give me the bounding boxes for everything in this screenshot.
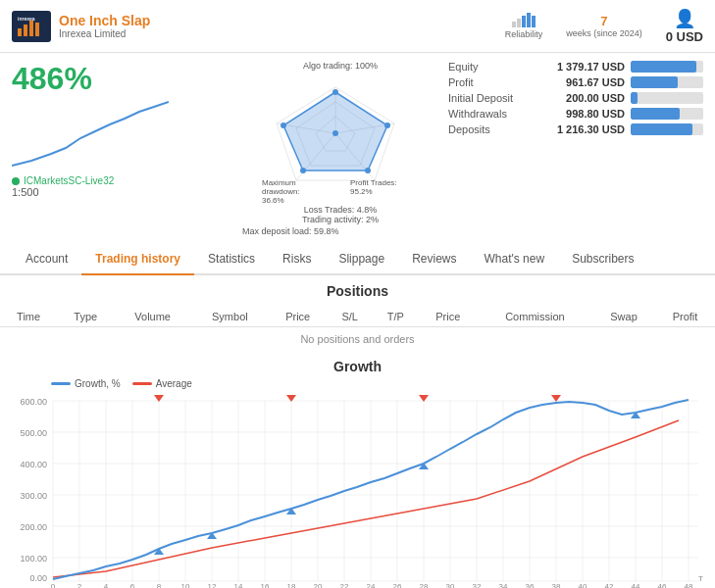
positions-col-header: Type [57,307,114,327]
metric-row: Initial Deposit 200.00 USD [448,92,703,104]
metric-bar [631,76,678,88]
svg-text:22: 22 [340,582,349,588]
positions-col-header: Time [0,307,57,327]
max-dd-label: Maximum drawdown: 36.6% [262,178,321,205]
growth-svg-chart: 600.00 500.00 400.00 300.00 200.00 100.0… [12,393,703,588]
metric-label: Withdrawals [448,108,546,120]
svg-rect-4 [35,23,39,36]
svg-text:400.00: 400.00 [20,460,47,469]
profit-label: Profit Trades: 95.2% [350,178,409,196]
svg-text:28: 28 [420,582,429,588]
tab-subscribers[interactable]: Subscribers [558,244,647,275]
metric-value: 961.67 USD [546,76,625,88]
header: inrexea One Inch Slap Inrexea Limited Re… [0,0,715,53]
svg-text:42: 42 [605,582,614,588]
title-area: One Inch Slap Inrexea Limited [59,13,505,39]
positions-title: Positions [0,275,715,307]
app-subtitle: Inrexea Limited [59,28,505,39]
tab-account[interactable]: Account [12,244,81,275]
svg-text:44: 44 [632,582,640,588]
main-top-section: 486% ICMarketsSC-Live32 1:500 Algo tradi… [0,53,715,244]
svg-text:8: 8 [157,582,162,588]
metric-value: 200.00 USD [546,92,625,104]
weeks-stat: 7 weeks (since 2024) [566,14,642,38]
svg-text:0: 0 [51,582,56,588]
empty-positions-msg: No positions and orders [0,327,715,352]
svg-text:40: 40 [579,582,587,588]
metric-bar [631,61,696,73]
svg-text:10: 10 [181,582,190,588]
positions-col-header: Volume [114,307,191,327]
growth-percentage: 486% [12,61,232,97]
metric-value: 1 379.17 USD [546,61,625,73]
positions-col-header: Swap [592,307,655,327]
svg-point-15 [332,130,338,136]
positions-col-header: S/L [328,307,373,327]
positions-section: Positions TimeTypeVolumeSymbolPriceS/LT/… [0,275,715,351]
positions-col-header: Symbol [191,307,269,327]
svg-text:16: 16 [261,582,270,588]
svg-text:200.00: 200.00 [20,522,47,532]
logo: inrexea [12,11,51,42]
metric-value: 998.80 USD [546,108,625,120]
svg-text:46: 46 [658,582,667,588]
algo-label: Algo trading: 100% [242,61,438,71]
svg-text:0.00: 0.00 [29,573,47,583]
activity-label: Trading activity: 2% [242,215,438,224]
tab-statistics[interactable]: Statistics [194,244,269,275]
positions-col-header: Price [419,307,478,327]
metric-row: Withdrawals 998.80 USD [448,108,703,120]
svg-point-18 [365,168,371,173]
metric-value: 1 216.30 USD [546,123,625,135]
metric-bar-container [631,108,703,120]
tabs-bar: Account Trading history Statistics Risks… [0,244,715,275]
svg-point-17 [384,122,390,128]
svg-rect-1 [18,28,22,36]
metric-bar-container [631,76,703,88]
metrics-container: Equity 1 379.17 USD Profit 961.67 USD In… [448,61,703,135]
svg-text:Trades: Trades [698,574,703,583]
legend-average-label: Average [156,378,192,389]
svg-text:38: 38 [552,582,561,588]
metric-label: Initial Deposit [448,92,546,104]
metric-bar-container [631,123,703,135]
tab-risks[interactable]: Risks [269,244,325,275]
positions-col-header: Commission [478,307,592,327]
svg-text:24: 24 [367,582,376,588]
positions-table: TimeTypeVolumeSymbolPriceS/LT/PPriceComm… [0,307,715,351]
svg-text:32: 32 [473,582,482,588]
growth-chart-section: Growth Growth, % Average 600.00 500.00 4… [0,351,715,588]
svg-text:6: 6 [130,582,135,588]
positions-col-header: T/P [373,307,419,327]
usd-stat: 👤 0 USD [666,8,703,44]
chart-wrapper: 600.00 500.00 400.00 300.00 200.00 100.0… [12,393,703,588]
svg-text:4: 4 [104,582,109,588]
positions-col-header: Profit [655,307,715,327]
radar-area: Algo trading: 100% [242,61,438,236]
metric-label: Profit [448,76,546,88]
svg-text:14: 14 [234,582,243,588]
svg-rect-2 [24,24,27,36]
positions-col-header: Price [269,307,328,327]
svg-text:inrexea: inrexea [18,16,35,22]
metric-bar [631,92,638,104]
tab-slippage[interactable]: Slippage [325,244,398,275]
tab-trading-history[interactable]: Trading history [81,244,194,275]
metric-bar [631,108,680,120]
metric-label: Deposits [448,123,546,135]
tab-reviews[interactable]: Reviews [398,244,470,275]
metric-row: Profit 961.67 USD [448,76,703,88]
svg-text:26: 26 [393,582,402,588]
svg-text:30: 30 [446,582,455,588]
legend-growth-label: Growth, % [75,378,121,389]
deposit-label: Max deposit load: 59.8% [242,226,438,236]
svg-text:36: 36 [526,582,535,588]
svg-point-20 [281,122,286,128]
svg-text:2: 2 [77,582,82,588]
loss-label: Loss Trades: 4.8% [242,205,438,215]
metric-bar [631,123,692,135]
reliability-stat: Reliability [505,13,543,39]
svg-text:500.00: 500.00 [20,428,47,438]
svg-text:18: 18 [287,582,296,588]
tab-whats-new[interactable]: What's new [470,244,558,275]
